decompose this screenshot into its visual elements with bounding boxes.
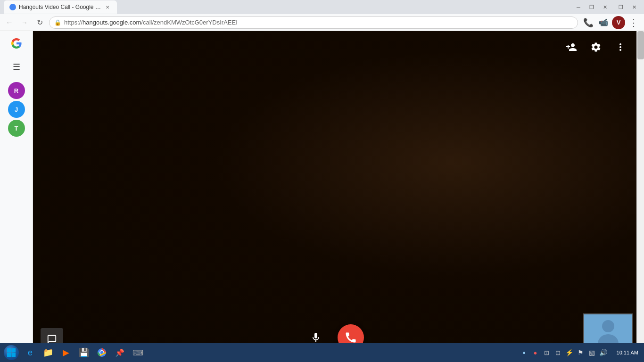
profile-avatar[interactable]: V	[612, 16, 625, 29]
taskbar-keyboard-icon[interactable]: ⌨	[129, 344, 146, 361]
svg-point-1	[598, 334, 619, 344]
title-bar: Hangouts Video Call - Google Chrome ✕ ─ …	[0, 0, 644, 14]
taskbar-clock: 10:11 AM	[613, 349, 642, 356]
sidebar-contacts: R J T	[8, 80, 25, 358]
svg-rect-4	[7, 353, 11, 357]
tray-icon-4[interactable]: ⊡	[553, 348, 563, 357]
ssl-lock-icon: 🔒	[54, 19, 61, 26]
tray-icon-display[interactable]: ▧	[587, 348, 597, 357]
add-person-button[interactable]	[563, 39, 580, 56]
hangouts-extension-icon[interactable]: 📞	[582, 16, 595, 29]
restore-button-2[interactable]: ❐	[615, 2, 627, 12]
tab-title: Hangouts Video Call - Google Chrome	[19, 4, 101, 10]
self-avatar-svg	[596, 320, 620, 344]
sidebar-menu-button[interactable]: ☰	[7, 58, 26, 76]
self-avatar	[596, 320, 620, 344]
google-logo	[8, 35, 25, 52]
svg-rect-5	[12, 353, 16, 357]
scrollbar[interactable]	[636, 31, 644, 362]
reload-button[interactable]: ↻	[34, 17, 45, 28]
url-text: https://hangouts.google.com/call/zendKMW…	[64, 19, 573, 26]
add-person-icon	[566, 41, 577, 53]
forward-button[interactable]: →	[19, 17, 30, 28]
tab-favicon	[9, 4, 16, 10]
more-options-icon	[615, 41, 626, 53]
toolbar-right: 📞 📹 V ⋮	[582, 16, 640, 29]
video-extension-icon[interactable]: 📹	[597, 16, 610, 29]
svg-point-0	[602, 320, 614, 332]
windows-orb	[4, 345, 19, 360]
tray-icon-bluetooth[interactable]: ⚡	[565, 348, 574, 357]
svg-rect-3	[12, 348, 16, 353]
end-call-icon	[344, 331, 357, 344]
tray-icon-flag[interactable]: ⚑	[576, 348, 586, 357]
scrollbar-thumb[interactable]	[637, 31, 644, 59]
microphone-icon	[310, 332, 322, 343]
taskbar-folder-icon[interactable]: 📁	[40, 344, 57, 361]
taskbar-clip-icon[interactable]: 📌	[111, 344, 128, 361]
back-button[interactable]: ←	[4, 17, 15, 28]
taskbar: e 📁 ▶ 💾 📌 ⌨ ● ● ⊡ ⊡ ⚡ ⚑ ▧ 🔊 10:11 AM	[0, 343, 644, 362]
browser-content: ☰ R J T	[0, 31, 644, 362]
contact-avatar-r[interactable]: R	[8, 82, 25, 99]
taskbar-chrome-icon[interactable]	[93, 344, 110, 361]
close-button[interactable]: ✕	[599, 2, 611, 12]
contact-avatar-t[interactable]: T	[8, 120, 25, 137]
taskbar-media-icon[interactable]: ▶	[58, 344, 74, 361]
left-sidebar: ☰ R J T	[0, 31, 33, 362]
tray-icon-3[interactable]: ⊡	[542, 348, 552, 357]
video-container: You	[33, 31, 636, 362]
start-button[interactable]	[2, 344, 21, 361]
restore-button[interactable]: ❐	[586, 2, 598, 12]
tray-icon-volume[interactable]: 🔊	[599, 348, 608, 357]
chrome-menu-button[interactable]: ⋮	[627, 16, 640, 29]
tray-icon-1[interactable]: ●	[520, 348, 529, 357]
call-controls-top	[563, 39, 629, 56]
windows-logo-icon	[7, 348, 16, 357]
window-controls: ─ ❐ ✕ ❐ ✕	[572, 2, 640, 12]
gear-icon	[590, 41, 602, 53]
address-bar: ← → ↻ 🔒 https://hangouts.google.com/call…	[0, 14, 644, 31]
more-options-button[interactable]	[612, 39, 629, 56]
svg-rect-2	[7, 348, 11, 353]
taskbar-save-icon[interactable]: 💾	[75, 344, 92, 361]
settings-button[interactable]	[587, 39, 604, 56]
tray-icon-2[interactable]: ●	[531, 348, 540, 357]
system-tray: ● ● ⊡ ⊡ ⚡ ⚑ ▧ 🔊	[516, 348, 612, 357]
contact-avatar-j[interactable]: J	[8, 101, 25, 118]
taskbar-time: 10:11 AM	[617, 349, 638, 356]
hamburger-icon: ☰	[13, 62, 20, 72]
url-bar[interactable]: 🔒 https://hangouts.google.com/call/zendK…	[49, 16, 578, 29]
chrome-taskbar-icon	[97, 348, 107, 357]
minimize-button[interactable]: ─	[572, 2, 585, 12]
taskbar-ie-icon[interactable]: e	[22, 344, 39, 361]
close-button-2[interactable]: ✕	[628, 2, 640, 12]
video-background	[33, 31, 636, 362]
active-tab[interactable]: Hangouts Video Call - Google Chrome ✕	[4, 0, 117, 14]
tab-close-button[interactable]: ✕	[104, 3, 111, 11]
